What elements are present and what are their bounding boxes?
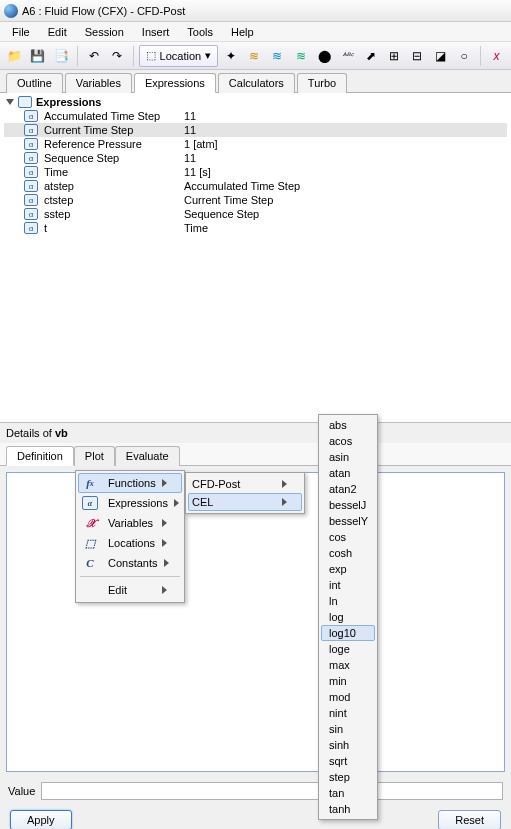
func-atan2[interactable]: atan2 bbox=[321, 481, 375, 497]
dtab-evaluate[interactable]: Evaluate bbox=[115, 446, 180, 466]
toolbar-btn-i[interactable]: ◪ bbox=[430, 45, 451, 67]
apply-button[interactable]: Apply bbox=[10, 810, 72, 829]
toolbar-btn-a[interactable]: ✦ bbox=[220, 45, 241, 67]
fx-icon: fx bbox=[82, 476, 98, 490]
toolbar-btn-f[interactable]: ⬈ bbox=[360, 45, 381, 67]
func-log10[interactable]: log10 bbox=[321, 625, 375, 641]
context-submenu[interactable]: CFD-Post CEL bbox=[185, 472, 305, 514]
toolbar-btn-j[interactable]: ○ bbox=[453, 45, 474, 67]
tree-row[interactable]: αReference Pressure1 [atm] bbox=[4, 137, 507, 151]
func-besselY[interactable]: besselY bbox=[321, 513, 375, 529]
toolbar-btn-undo[interactable]: ↶ bbox=[83, 45, 104, 67]
func-nint[interactable]: nint bbox=[321, 705, 375, 721]
function-list[interactable]: absacosasinatanatan2besselJbesselYcoscos… bbox=[318, 414, 378, 820]
dtab-definition[interactable]: Definition bbox=[6, 446, 74, 466]
func-acos[interactable]: acos bbox=[321, 433, 375, 449]
menu-insert[interactable]: Insert bbox=[134, 24, 178, 40]
toolbar-btn-g[interactable]: ⊞ bbox=[383, 45, 404, 67]
expr-name: Accumulated Time Step bbox=[44, 110, 184, 122]
func-exp[interactable]: exp bbox=[321, 561, 375, 577]
expr-name: sstep bbox=[44, 208, 184, 220]
ctx-cel[interactable]: CEL bbox=[188, 493, 302, 511]
func-ln[interactable]: ln bbox=[321, 593, 375, 609]
const-icon: C bbox=[82, 556, 98, 570]
submenu-arrow-icon bbox=[162, 586, 167, 594]
tree-root[interactable]: Expressions bbox=[4, 95, 507, 109]
tab-calculators[interactable]: Calculators bbox=[218, 73, 295, 93]
toolbar-btn-h[interactable]: ⊟ bbox=[407, 45, 428, 67]
ctx-label: Variables bbox=[108, 517, 156, 529]
context-menu[interactable]: fx Functions α Expressions 𝒳 Variables ⬚… bbox=[75, 470, 185, 603]
toolbar-btn-2[interactable]: 💾 bbox=[27, 45, 48, 67]
location-icon: ⬚ bbox=[146, 49, 156, 62]
tree-row[interactable]: αSequence Step11 bbox=[4, 151, 507, 165]
tab-turbo[interactable]: Turbo bbox=[297, 73, 347, 93]
value-label: Value bbox=[8, 785, 35, 797]
tree-row[interactable]: αtTime bbox=[4, 221, 507, 235]
toolbar-btn-b[interactable]: ≋ bbox=[244, 45, 265, 67]
func-log[interactable]: log bbox=[321, 609, 375, 625]
toolbar-btn-c[interactable]: ≋ bbox=[267, 45, 288, 67]
func-int[interactable]: int bbox=[321, 577, 375, 593]
ctx-locations[interactable]: ⬚ Locations bbox=[78, 533, 182, 553]
dtab-plot[interactable]: Plot bbox=[74, 446, 115, 466]
func-abs[interactable]: abs bbox=[321, 417, 375, 433]
func-step[interactable]: step bbox=[321, 769, 375, 785]
value-input[interactable] bbox=[41, 782, 503, 800]
ctx-edit[interactable]: Edit bbox=[78, 580, 182, 600]
location-dropdown[interactable]: ⬚ Location ▾ bbox=[139, 45, 219, 67]
func-cos[interactable]: cos bbox=[321, 529, 375, 545]
func-besselJ[interactable]: besselJ bbox=[321, 497, 375, 513]
submenu-arrow-icon bbox=[174, 499, 179, 507]
toolbar-btn-var[interactable]: x bbox=[486, 45, 507, 67]
func-max[interactable]: max bbox=[321, 657, 375, 673]
toolbar-btn-redo[interactable]: ↷ bbox=[106, 45, 127, 67]
func-min[interactable]: min bbox=[321, 673, 375, 689]
func-sinh[interactable]: sinh bbox=[321, 737, 375, 753]
toolbar-sep bbox=[133, 46, 134, 66]
menu-tools[interactable]: Tools bbox=[179, 24, 221, 40]
toolbar-btn-e[interactable]: ⬤ bbox=[313, 45, 334, 67]
func-loge[interactable]: loge bbox=[321, 641, 375, 657]
func-atan[interactable]: atan bbox=[321, 465, 375, 481]
expr-value: 11 bbox=[184, 124, 507, 136]
menu-file[interactable]: File bbox=[4, 24, 38, 40]
tree-row[interactable]: αctstepCurrent Time Step bbox=[4, 193, 507, 207]
tree-row[interactable]: αTime11 [s] bbox=[4, 165, 507, 179]
menu-help[interactable]: Help bbox=[223, 24, 262, 40]
func-cosh[interactable]: cosh bbox=[321, 545, 375, 561]
submenu-arrow-icon bbox=[162, 539, 167, 547]
expr-name: atstep bbox=[44, 180, 184, 192]
collapse-icon[interactable] bbox=[6, 99, 14, 105]
submenu-arrow-icon bbox=[282, 498, 287, 506]
ctx-constants[interactable]: C Constants bbox=[78, 553, 182, 573]
ctx-variables[interactable]: 𝒳 Variables bbox=[78, 513, 182, 533]
func-tan[interactable]: tan bbox=[321, 785, 375, 801]
tree-row[interactable]: αatstepAccumulated Time Step bbox=[4, 179, 507, 193]
tree-row[interactable]: αsstepSequence Step bbox=[4, 207, 507, 221]
menu-session[interactable]: Session bbox=[77, 24, 132, 40]
expr-icon: α bbox=[24, 152, 38, 164]
tree-row[interactable]: αAccumulated Time Step11 bbox=[4, 109, 507, 123]
toolbar-btn-abc[interactable]: ᴬᴮᶜ bbox=[337, 45, 358, 67]
ctx-functions[interactable]: fx Functions bbox=[78, 473, 182, 493]
toolbar-btn-d[interactable]: ≋ bbox=[290, 45, 311, 67]
folder-icon bbox=[18, 96, 32, 108]
func-asin[interactable]: asin bbox=[321, 449, 375, 465]
tab-variables[interactable]: Variables bbox=[65, 73, 132, 93]
tab-expressions[interactable]: Expressions bbox=[134, 73, 216, 93]
func-sqrt[interactable]: sqrt bbox=[321, 753, 375, 769]
func-tanh[interactable]: tanh bbox=[321, 801, 375, 817]
toolbar-btn-1[interactable]: 📁 bbox=[4, 45, 25, 67]
func-sin[interactable]: sin bbox=[321, 721, 375, 737]
menu-edit[interactable]: Edit bbox=[40, 24, 75, 40]
expr-icon: α bbox=[24, 166, 38, 178]
reset-button[interactable]: Reset bbox=[438, 810, 501, 829]
tab-outline[interactable]: Outline bbox=[6, 73, 63, 93]
ctx-expressions[interactable]: α Expressions bbox=[78, 493, 182, 513]
tree-row[interactable]: αCurrent Time Step11 bbox=[4, 123, 507, 137]
ctx-cfdpost[interactable]: CFD-Post bbox=[188, 475, 302, 493]
func-mod[interactable]: mod bbox=[321, 689, 375, 705]
toolbar-btn-3[interactable]: 📑 bbox=[51, 45, 72, 67]
expr-value: 11 bbox=[184, 152, 507, 164]
